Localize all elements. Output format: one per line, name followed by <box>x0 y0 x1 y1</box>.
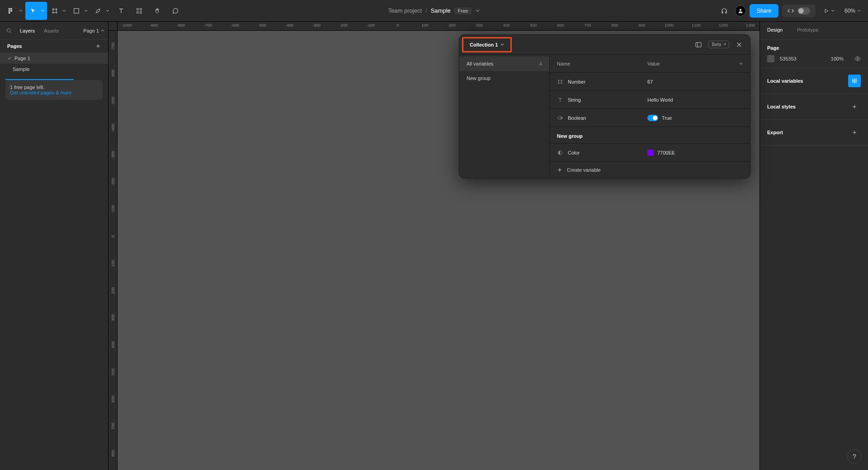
comment-tool-button[interactable] <box>166 2 184 20</box>
ruler-tick: -300 <box>111 151 115 159</box>
user-avatar[interactable] <box>735 5 746 16</box>
variable-row[interactable]: Boolean True <box>550 109 750 127</box>
check-icon <box>7 56 12 61</box>
plus-icon[interactable] <box>95 43 101 49</box>
dev-mode-toggle[interactable] <box>782 5 816 17</box>
variable-group-item[interactable]: New group <box>459 71 549 85</box>
ruler-tick: 1300 <box>746 23 755 28</box>
color-type-icon <box>557 150 563 156</box>
page-item[interactable]: Sample <box>0 64 108 75</box>
page-item[interactable]: Page 1 <box>0 53 108 64</box>
ruler-tick: 1200 <box>719 23 728 28</box>
local-variables-row[interactable]: Local variables <box>760 68 868 94</box>
ruler-tick: -300 <box>312 23 321 28</box>
create-variable-button[interactable]: Create variable <box>550 162 750 178</box>
zoom-control[interactable]: 60% <box>841 8 864 14</box>
shape-tool-button[interactable] <box>69 2 90 20</box>
figma-logo-icon <box>8 8 14 14</box>
variables-settings-button[interactable] <box>848 75 861 87</box>
variable-value: 67 <box>647 79 653 85</box>
help-button[interactable]: ? <box>847 449 862 464</box>
code-icon <box>788 8 794 14</box>
variable-group-label: New group <box>467 75 491 81</box>
ruler-tick: 700 <box>584 23 591 28</box>
assets-tab[interactable]: Assets <box>40 25 62 36</box>
boolean-toggle[interactable] <box>647 115 658 121</box>
audio-button[interactable] <box>717 2 731 20</box>
string-type-icon <box>557 97 563 103</box>
ruler-tick: 200 <box>111 287 115 294</box>
share-button[interactable]: Share <box>750 4 778 18</box>
boolean-type-icon <box>557 115 563 121</box>
svg-rect-16 <box>696 42 701 47</box>
ruler-tick: -200 <box>111 178 115 186</box>
file-title[interactable]: Team project / Sample Free <box>388 7 480 14</box>
all-variables-label: All variables <box>467 61 493 66</box>
text-icon <box>118 8 124 14</box>
variable-row[interactable]: Number 67 <box>550 73 750 91</box>
frame-icon <box>52 8 58 14</box>
ruler-tick: 700 <box>111 423 115 429</box>
bg-color-swatch[interactable] <box>767 55 774 62</box>
ruler-tick: 400 <box>503 23 509 28</box>
upgrade-promo[interactable]: 1 free page left. Get unlimited pages & … <box>5 80 103 100</box>
color-swatch[interactable] <box>647 150 654 156</box>
pen-tool-button[interactable] <box>90 2 112 20</box>
pages-label: Pages <box>7 43 22 49</box>
ruler-tick: 1000 <box>665 23 674 28</box>
ruler-tick: -700 <box>204 23 212 28</box>
eye-icon[interactable] <box>854 56 861 62</box>
chevron-down-icon <box>84 9 88 13</box>
ruler-tick: -400 <box>285 23 293 28</box>
prototype-tab[interactable]: Prototype <box>790 22 826 39</box>
collection-name-dropdown[interactable]: Collection 1 <box>462 37 512 52</box>
text-tool-button[interactable] <box>112 2 130 20</box>
export-label: Export <box>767 130 783 135</box>
create-variable-label: Create variable <box>567 167 601 173</box>
main-menu-button[interactable] <box>4 2 25 20</box>
ruler-vertical: -700-600-500-400-300-200-100010020030040… <box>108 31 118 470</box>
move-tool-button[interactable] <box>25 2 47 20</box>
layers-tab[interactable]: Layers <box>16 25 38 36</box>
chevron-down-icon <box>475 9 480 13</box>
ruler-tick: 900 <box>638 23 645 28</box>
pen-icon <box>95 8 101 14</box>
ruler-tick: -500 <box>258 23 266 28</box>
hand-tool-button[interactable] <box>148 2 166 20</box>
svg-rect-6 <box>137 8 139 10</box>
design-tab[interactable]: Design <box>760 22 790 39</box>
search-button[interactable] <box>4 25 14 36</box>
svg-rect-3 <box>10 10 12 12</box>
bg-color-value: 535353 <box>780 56 826 61</box>
page-background-row[interactable]: 535353 100% <box>760 53 868 68</box>
sidebar-toggle-button[interactable] <box>692 38 705 51</box>
local-styles-row[interactable]: Local styles <box>760 94 868 120</box>
ruler-tick: 100 <box>111 260 115 267</box>
project-name: Team project <box>388 7 422 14</box>
promo-link[interactable]: Get unlimited pages & more <box>10 90 71 95</box>
variable-row[interactable]: String Hello World <box>550 91 750 109</box>
left-panel: Layers Assets Page 1 Pages Page 1 Sample… <box>0 22 108 470</box>
add-style-button[interactable] <box>848 100 861 113</box>
page-selector[interactable]: Page 1 <box>83 28 104 33</box>
frame-tool-button[interactable] <box>47 2 69 20</box>
plus-icon <box>852 130 857 135</box>
page-selector-label: Page 1 <box>83 28 99 33</box>
beta-badge[interactable]: Beta <box>708 41 729 48</box>
resources-button[interactable] <box>130 2 148 20</box>
add-export-button[interactable] <box>848 126 861 139</box>
ruler-tick: 800 <box>111 450 115 456</box>
variable-row[interactable]: Color 7700EE <box>550 144 750 162</box>
variable-name: Number <box>568 79 585 85</box>
add-mode-button[interactable] <box>732 61 750 66</box>
ruler-tick: -600 <box>111 70 115 78</box>
present-button[interactable] <box>819 2 837 20</box>
export-row[interactable]: Export <box>760 120 868 146</box>
close-button[interactable] <box>733 38 745 51</box>
comment-icon <box>172 8 179 14</box>
all-variables-item[interactable]: All variables 4 <box>459 56 549 71</box>
ruler-tick: 0 <box>111 235 115 237</box>
svg-point-15 <box>855 80 857 81</box>
close-icon <box>736 42 742 48</box>
toolbar-right-group: Share 60% <box>717 2 864 20</box>
